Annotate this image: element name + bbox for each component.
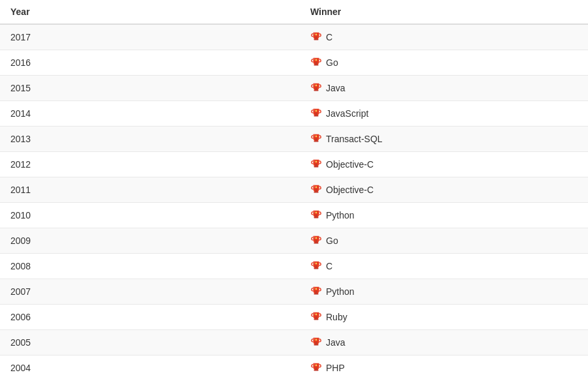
svg-rect-18 (316, 189, 317, 192)
trophy-icon (310, 184, 322, 196)
svg-rect-9 (316, 113, 317, 115)
svg-rect-25 (314, 243, 318, 244)
table-row: 2012 Objective-C (0, 152, 588, 177)
svg-rect-15 (316, 164, 317, 166)
tiobe-winners-table: Year Winner 2017 C2016 (0, 0, 588, 379)
trophy-icon (310, 362, 322, 374)
svg-point-14 (316, 136, 317, 138)
trophy-icon (310, 209, 322, 221)
svg-rect-37 (314, 344, 318, 346)
year-cell: 2004 (0, 356, 300, 380)
year-cell: 2012 (0, 152, 300, 177)
winner-name: C (326, 32, 332, 42)
trophy-icon (310, 159, 322, 170)
year-cell: 2015 (0, 76, 300, 101)
table-row: 2005 Java (0, 330, 588, 356)
winner-name: Java (326, 337, 345, 348)
svg-rect-7 (314, 90, 318, 91)
svg-rect-40 (314, 370, 318, 371)
trophy-icon (310, 82, 322, 94)
table-row: 2016 Go (0, 50, 588, 76)
trophy-icon (310, 31, 322, 43)
winner-name: Go (326, 57, 338, 68)
svg-point-35 (316, 314, 317, 316)
winner-cell: Objective-C (300, 152, 588, 177)
winner-cell: C (300, 24, 588, 50)
svg-rect-36 (316, 342, 317, 344)
table-row: 2009 Go (0, 228, 588, 254)
year-cell: 2014 (0, 101, 300, 127)
table-row: 2014 JavaScript (0, 101, 588, 127)
winner-name: Ruby (326, 312, 347, 322)
winner-cell: Go (300, 50, 588, 76)
year-cell: 2007 (0, 279, 300, 305)
trophy-icon (310, 260, 322, 272)
winner-cell: Python (300, 203, 588, 228)
winner-cell: Objective-C (300, 177, 588, 203)
winner-name: Java (326, 83, 345, 93)
table-row: 2015 Java (0, 76, 588, 101)
winner-cell: Java (300, 330, 588, 356)
winner-name: C (326, 261, 332, 271)
svg-point-29 (316, 263, 317, 265)
table-row: 2004 PHP (0, 356, 588, 380)
svg-rect-19 (314, 192, 318, 193)
svg-rect-13 (314, 141, 318, 142)
table-row: 2010 Python (0, 203, 588, 228)
svg-point-20 (316, 187, 317, 189)
svg-rect-28 (314, 268, 318, 269)
winner-cell: Transact-SQL (300, 127, 588, 152)
svg-rect-27 (316, 265, 317, 268)
year-cell: 2008 (0, 254, 300, 279)
svg-rect-39 (316, 367, 317, 370)
trophy-icon (310, 311, 322, 323)
winner-cell: Go (300, 228, 588, 254)
year-cell: 2016 (0, 50, 300, 76)
svg-point-23 (316, 212, 317, 214)
svg-rect-21 (316, 215, 317, 217)
table-row: 2007 Python (0, 279, 588, 305)
winner-name: Go (326, 235, 338, 246)
trophy-icon (310, 337, 322, 348)
year-column-header: Year (0, 0, 300, 24)
svg-rect-30 (316, 291, 317, 294)
svg-point-5 (316, 59, 317, 61)
svg-point-41 (316, 365, 317, 367)
svg-rect-0 (316, 37, 317, 39)
svg-rect-4 (314, 65, 318, 66)
year-cell: 2006 (0, 305, 300, 330)
svg-rect-33 (316, 316, 317, 319)
year-cell: 2011 (0, 177, 300, 203)
svg-point-32 (316, 288, 317, 290)
svg-rect-22 (314, 217, 318, 219)
svg-point-17 (316, 161, 317, 163)
svg-rect-12 (316, 138, 317, 141)
winner-cell: C (300, 254, 588, 279)
winner-name: Python (326, 286, 355, 297)
svg-rect-10 (314, 115, 318, 117)
table-row: 2006 Ruby (0, 305, 588, 330)
winner-cell: Python (300, 279, 588, 305)
winner-name: Python (326, 210, 355, 220)
svg-rect-24 (316, 240, 317, 243)
winner-name: Objective-C (326, 185, 374, 195)
trophy-icon (310, 57, 322, 68)
winner-name: Transact-SQL (326, 134, 383, 144)
year-cell: 2017 (0, 24, 300, 50)
winner-name: JavaScript (326, 108, 368, 119)
winner-column-header: Winner (300, 0, 588, 24)
year-cell: 2010 (0, 203, 300, 228)
year-cell: 2005 (0, 330, 300, 356)
winner-name: PHP (326, 363, 345, 373)
svg-rect-16 (314, 166, 318, 168)
winner-cell: Ruby (300, 305, 588, 330)
svg-point-8 (316, 85, 317, 87)
svg-rect-1 (314, 39, 318, 40)
svg-point-2 (316, 34, 317, 36)
table-row: 2017 C (0, 24, 588, 50)
svg-rect-34 (314, 319, 318, 320)
year-cell: 2013 (0, 127, 300, 152)
year-cell: 2009 (0, 228, 300, 254)
svg-point-11 (316, 110, 317, 112)
table-header-row: Year Winner (0, 0, 588, 24)
